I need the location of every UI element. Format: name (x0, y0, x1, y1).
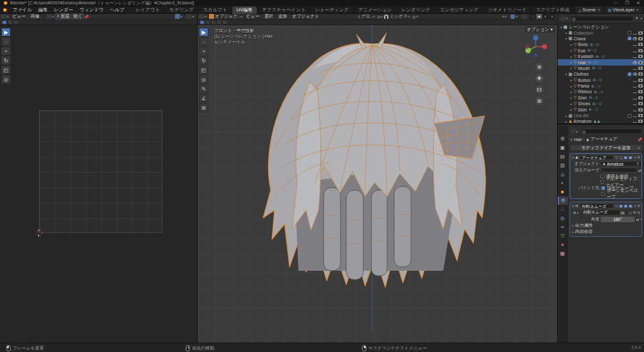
output-attributes-section[interactable]: ▸出力属性 (570, 222, 641, 229)
properties-tab-scene[interactable]: ◬ (558, 170, 568, 178)
unlink-icon[interactable]: ✕ (637, 210, 640, 215)
outliner-row-Hair[interactable]: ▸▽Hair⚙∴▽ (558, 59, 644, 65)
add-cube-tool[interactable]: ⊞ (199, 103, 208, 112)
properties-tab-material[interactable]: ● (558, 241, 568, 249)
scene-selector[interactable]: ◬ Scene ✕ (575, 7, 602, 13)
eye-closed-icon[interactable] (633, 43, 637, 46)
rotate-tool[interactable]: ↻ (1, 56, 11, 65)
viewlayer-unlink-icon[interactable]: ✕ (636, 8, 639, 12)
realtime-toggle[interactable]: ▣ (624, 203, 628, 208)
move-tool[interactable]: + (199, 47, 208, 55)
camera-view-icon[interactable] (535, 86, 543, 94)
camera-visibility-icon[interactable] (638, 79, 643, 82)
xray-toggle[interactable] (522, 14, 526, 19)
pin-id-icon[interactable]: 📌 (638, 137, 643, 142)
camera-visibility-icon[interactable] (638, 67, 643, 70)
camera-visibility-icon[interactable] (638, 84, 643, 88)
properties-tab-object[interactable]: ■ (558, 188, 568, 196)
menu-編集[interactable]: 編集 (35, 6, 51, 14)
uv-menu-image[interactable]: 画像 (28, 13, 42, 20)
invert-vgroup-icon[interactable]: ⇄ (638, 168, 641, 173)
select-mode-subtract[interactable] (211, 20, 216, 25)
outliner-row-Shoes[interactable]: ▸▽Shoes⚙∴▽ (558, 101, 644, 106)
properties-tab-physics[interactable]: ◎ (558, 214, 568, 222)
render-toggle[interactable]: ▣ (629, 203, 633, 208)
select-mode-invert[interactable] (217, 20, 222, 25)
uv-menu-view[interactable]: ビュー (10, 13, 28, 20)
transform-tool[interactable]: ◎ (1, 75, 11, 84)
nodegroup-browse-dropdown[interactable]: ⚙▾ (573, 210, 579, 215)
camera-visibility-icon[interactable] (638, 61, 643, 64)
camera-visibility-icon[interactable] (638, 37, 643, 40)
outliner-row-Ribbon[interactable]: ▸▽Ribbon⚙∴▽ (558, 89, 644, 94)
outliner-row-Collection[interactable]: ▸▦Collection (558, 30, 644, 35)
camera-visibility-icon[interactable] (638, 120, 643, 123)
collection-checkbox[interactable] (628, 37, 631, 40)
properties-search-input[interactable] (580, 128, 642, 134)
pivot-dropdown[interactable]: ⊙▾ (377, 14, 383, 19)
properties-type-dropdown[interactable]: ▾ (571, 129, 578, 133)
add-menu[interactable]: 追加 (276, 13, 290, 20)
uv-2d-cursor[interactable] (35, 229, 43, 237)
select-mode-extend[interactable] (8, 20, 13, 25)
properties-tab-modifiers[interactable]: ⚙ (558, 196, 568, 205)
scene-unlink-icon[interactable]: ✕ (597, 8, 600, 12)
outliner-row-シーンコレクション[interactable]: ▾▦シーンコレクション (558, 24, 644, 30)
select-box-tool[interactable]: ▶ (199, 28, 208, 37)
select-menu[interactable]: 選択 (262, 13, 276, 20)
expand-icon[interactable]: ▸ (569, 84, 573, 88)
outliner-row-Mouth[interactable]: ▸▽Mouth⚙∴▽ (558, 65, 644, 71)
blender-menu-icon[interactable] (2, 8, 7, 12)
mode-dropdown[interactable]: オブジェク..▾ (209, 13, 242, 20)
collection-checkbox[interactable] (628, 114, 631, 118)
expand-icon[interactable]: ▸ (569, 108, 573, 111)
move-tool[interactable]: + (1, 47, 11, 55)
camera-visibility-icon[interactable] (638, 43, 643, 46)
users-count-badge[interactable]: 11 (619, 211, 626, 215)
select-mode-extend[interactable] (205, 20, 210, 25)
object-menu[interactable]: オブジェクト (290, 13, 322, 20)
delete-modifier-icon[interactable]: ✕ (637, 203, 640, 208)
outliner-row-Eyelash[interactable]: ▸▽Eyelash⚙∴▽ (558, 54, 644, 59)
eye-open-icon[interactable] (633, 72, 637, 76)
collection-checkbox[interactable] (628, 31, 631, 35)
zoom-icon[interactable]: ⊕ (535, 63, 543, 71)
eye-closed-icon[interactable] (633, 55, 637, 58)
expand-icon[interactable]: ▾ (572, 204, 574, 208)
viewlayer-selector[interactable]: ▥ ViewLayer ✕ (605, 7, 641, 13)
menu-ウィンドウ[interactable]: ウィンドウ (76, 6, 106, 14)
minimize-button[interactable]: ─ (610, 0, 621, 6)
new-copy-icon[interactable]: ⧉ (633, 210, 636, 215)
outliner-search-input[interactable] (570, 16, 634, 21)
select-mode-intersect[interactable] (222, 20, 227, 25)
on-cage-toggle[interactable]: ▽ (615, 203, 618, 208)
shading-material-icon[interactable]: ◐ (543, 14, 548, 19)
expand-icon[interactable]: ▸ (564, 31, 568, 35)
expand-icon[interactable]: ▸ (564, 114, 568, 118)
navigation-gizmo[interactable] (523, 34, 548, 59)
outliner-row-Shirt[interactable]: ▸▽Shirt⚙∴▽ (558, 95, 644, 101)
menu-ファイル[interactable]: ファイル (9, 6, 35, 14)
outliner-row-Line Art[interactable]: ▸▦Line Art (558, 113, 644, 118)
viewport-canvas[interactable]: フロント・平行投影 (1) シーンコレクション | Hair センチメートル オ… (198, 25, 557, 343)
eye-closed-icon[interactable] (633, 84, 637, 88)
uv-editor-type-dropdown[interactable]: ▾ (1, 14, 9, 19)
close-button[interactable]: ✕ (633, 0, 644, 6)
ortho-grid-icon[interactable]: ⊞ (535, 97, 543, 105)
workspace-tab-ジオメトリノード[interactable]: ジオメトリノード (483, 6, 531, 14)
workspace-tab-UV編集[interactable]: UV編集 (232, 6, 257, 14)
eye-closed-icon[interactable] (633, 108, 637, 111)
fake-user-shield-icon[interactable]: ◇ (629, 210, 632, 215)
bind-vertex-groups-checkbox[interactable] (601, 186, 605, 190)
outliner-row-Clothes[interactable]: ▾▦Clothes (558, 71, 644, 77)
menu-ヘルプ[interactable]: ヘルプ (107, 6, 128, 14)
modifier-name-field[interactable]: 自動スムーズ (580, 203, 614, 208)
camera-visibility-icon[interactable] (638, 102, 643, 105)
workspace-tab-テクスチャペイント[interactable]: テクスチャペイント (257, 6, 310, 14)
expand-icon[interactable]: ▾ (572, 156, 574, 159)
realtime-toggle[interactable]: ▣ (624, 155, 628, 159)
scale-tool[interactable]: ◰ (1, 65, 11, 74)
editmode-toggle[interactable]: ▢ (619, 155, 623, 159)
maximize-button[interactable]: ❐ (621, 0, 633, 6)
eye-open-icon[interactable] (633, 61, 637, 64)
